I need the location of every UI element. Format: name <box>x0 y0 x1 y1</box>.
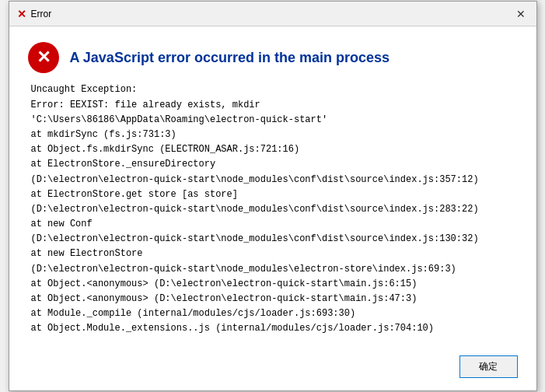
error-body: Uncaught Exception:Error: EEXIST: file a… <box>28 82 518 336</box>
error-line: at new Conf <box>31 217 518 232</box>
footer: 确定 <box>9 349 536 390</box>
error-icon: ✕ <box>17 8 26 20</box>
window-title: Error <box>31 9 52 19</box>
error-line: at Object.<anonymous> (D:\electron\elect… <box>31 292 518 306</box>
error-line: (D:\electron\electron-quick-start\node_m… <box>31 173 518 187</box>
title-bar: ✕ Error ✕ <box>9 2 536 26</box>
error-line: at ElectronStore.get store [as store] <box>31 187 518 202</box>
error-line: at mkdirSync (fs.js:731:3) <box>31 128 518 142</box>
error-line: at Object.fs.mkdirSync (ELECTRON_ASAR.js… <box>31 142 518 157</box>
title-bar-left: ✕ Error <box>17 8 52 20</box>
error-line: at Module._compile (internal/modules/cjs… <box>31 306 518 321</box>
error-line: at ElectronStore._ensureDirectory <box>31 157 518 172</box>
error-line: at Object.Module._extensions..js (intern… <box>31 321 518 336</box>
error-line: 'C:\Users\86186\AppData\Roaming\electron… <box>31 113 518 128</box>
error-title: A JavaScript error occurred in the main … <box>70 50 390 66</box>
error-line: Error: EEXIST: file already exists, mkdi… <box>31 98 518 113</box>
error-line: (D:\electron\electron-quick-start\node_m… <box>31 202 518 217</box>
error-circle-icon: ✕ <box>37 49 51 66</box>
close-button[interactable]: ✕ <box>513 6 529 22</box>
content-area: ✕ A JavaScript error occurred in the mai… <box>9 26 536 348</box>
error-circle: ✕ <box>28 42 59 73</box>
header-row: ✕ A JavaScript error occurred in the mai… <box>28 42 518 73</box>
error-line: (D:\electron\electron-quick-start\node_m… <box>31 262 518 277</box>
error-line: at Object.<anonymous> (D:\electron\elect… <box>31 277 518 292</box>
error-line: at new ElectronStore <box>31 247 518 261</box>
error-line: (D:\electron\electron-quick-start\node_m… <box>31 232 518 247</box>
error-window: ✕ Error ✕ ✕ A JavaScript error occurred … <box>9 1 537 390</box>
ok-button[interactable]: 确定 <box>459 355 518 378</box>
error-line: Uncaught Exception: <box>31 82 518 97</box>
